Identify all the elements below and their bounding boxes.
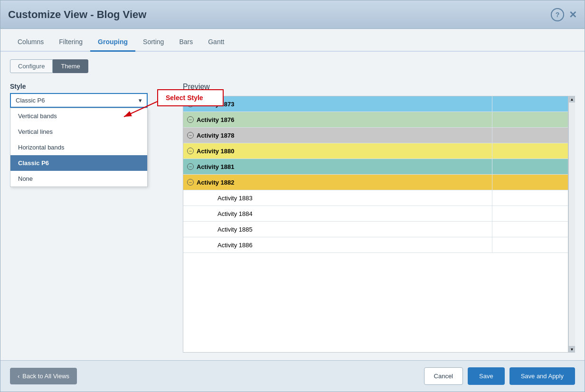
title-icons: ? ✕ [551,8,577,21]
close-icon[interactable]: ✕ [569,9,577,20]
row-label: Activity 1882 [197,179,235,186]
preview-grid[interactable]: − Activity 1873 − Activity 1876 [183,96,568,353]
row-label: Activity 1881 [197,163,235,170]
table-row: − Activity 1876 [183,112,568,128]
dropdown-item-none[interactable]: None [10,171,147,187]
row-label: Activity 1886 [217,242,253,249]
row-label: Activity 1883 [217,195,253,202]
tab-filtering[interactable]: Filtering [51,33,90,52]
row-right-cell [492,222,568,237]
preview-label: Preview [183,83,575,91]
footer-right-buttons: Cancel Save Save and Apply [424,367,575,385]
table-row: − Activity 1880 [183,143,568,159]
row-right-cell [492,159,568,174]
table-row: Activity 1886 [183,237,568,253]
row-right-cell [492,143,568,159]
svg-line-1 [124,102,157,117]
back-to-all-views-button[interactable]: ‹ Back to All Views [10,368,77,384]
save-button[interactable]: Save [468,367,505,385]
table-row: Activity 1883 [183,190,568,206]
scroll-down-button[interactable]: ▼ [569,346,576,353]
back-arrow-icon: ‹ [18,373,19,380]
dropdown-item-vertical-lines[interactable]: Vertical lines [10,124,147,140]
table-row: − Activity 1873 [183,96,568,112]
tab-gantt[interactable]: Gantt [200,33,232,52]
minus-icon[interactable]: − [187,148,194,154]
title-bar: Customize View - Blog View ? ✕ [0,0,585,29]
row-right-cell [492,112,568,127]
back-button-label: Back to All Views [22,373,69,380]
footer: ‹ Back to All Views Cancel Save Save and… [0,360,585,392]
sub-tabs: Configure Theme [10,59,575,73]
row-label: Activity 1884 [217,210,253,217]
row-right-cell [492,237,568,252]
row-right-cell [492,190,568,205]
scroll-up-button[interactable]: ▲ [569,96,576,103]
row-right-cell [492,175,568,190]
main-content: Style Classic P6 ▾ Select Style [10,83,575,353]
style-select-wrapper: Classic P6 ▾ Select Style [10,93,148,108]
table-row: Activity 1884 [183,206,568,222]
minus-icon[interactable]: − [187,163,194,170]
customize-view-dialog: Customize View - Blog View ? ✕ Columns F… [0,0,585,392]
tab-bars[interactable]: Bars [171,33,200,52]
row-label: Activity 1878 [197,132,235,139]
row-label: Activity 1885 [217,226,253,233]
table-row: − Activity 1878 [183,128,568,143]
dropdown-item-classic-p6[interactable]: Classic P6 [10,155,147,171]
minus-icon[interactable]: − [187,132,194,139]
tabs-row: Columns Filtering Grouping Sorting Bars … [0,29,585,52]
right-panel: Preview − Activity 1873 [183,83,575,353]
sub-tab-configure[interactable]: Configure [10,59,53,73]
row-right-cell [492,206,568,221]
minus-icon[interactable]: − [187,116,194,123]
table-row: − Activity 1881 [183,159,568,175]
save-and-apply-button[interactable]: Save and Apply [510,367,575,385]
row-right-cell [492,96,568,112]
style-label: Style [10,83,171,90]
dialog-title: Customize View - Blog View [8,9,146,21]
cancel-button[interactable]: Cancel [424,367,463,385]
preview-scrollbar: ▲ ▼ [568,96,575,353]
style-selected-value: Classic P6 [16,97,45,104]
row-label: Activity 1880 [197,148,235,155]
sub-tab-theme[interactable]: Theme [53,59,88,73]
table-row: − Activity 1882 [183,175,568,190]
table-row: Activity 1885 [183,222,568,237]
content-area: Configure Theme Style Classic P6 ▾ Selec… [0,52,585,360]
preview-container: − Activity 1873 − Activity 1876 [183,96,575,353]
row-right-cell [492,128,568,143]
minus-icon[interactable]: − [187,179,194,186]
tab-sorting[interactable]: Sorting [135,33,171,52]
row-label: Activity 1876 [197,116,235,123]
tab-columns[interactable]: Columns [10,33,51,52]
dropdown-item-horizontal-bands[interactable]: Horizontal bands [10,140,147,155]
tab-grouping[interactable]: Grouping [90,33,135,52]
left-panel: Style Classic P6 ▾ Select Style [10,83,171,353]
callout-arrow-svg [119,98,176,121]
help-icon[interactable]: ? [551,8,564,21]
